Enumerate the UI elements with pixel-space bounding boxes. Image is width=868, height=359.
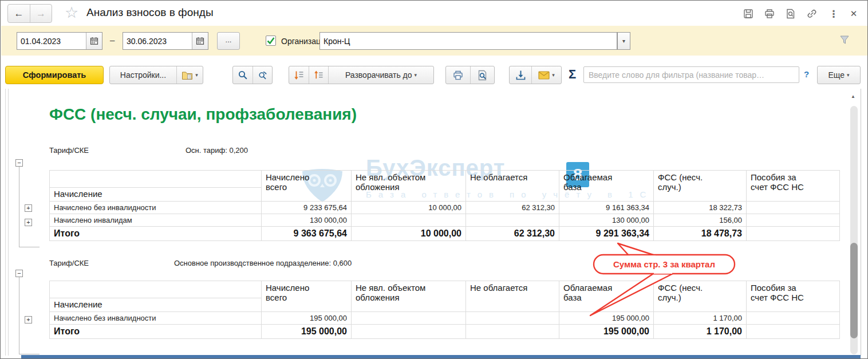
date-to-input[interactable] xyxy=(123,33,192,49)
collapse-all-button[interactable] xyxy=(309,66,328,84)
help-button[interactable]: ? xyxy=(804,69,809,79)
group-connector-line xyxy=(19,354,40,354)
scroll-up-arrow[interactable]: ▲ xyxy=(851,94,855,99)
cell-value: 130 000,00 xyxy=(559,214,654,227)
download-icon xyxy=(515,70,526,80)
organization-checkbox[interactable] xyxy=(266,35,276,46)
column-header: Не явл. объектом обложения xyxy=(352,281,466,312)
cell-value: 195 000,00 xyxy=(559,312,654,325)
preview-button[interactable] xyxy=(783,6,799,22)
period-options-button[interactable]: ... xyxy=(217,32,240,50)
column-header: Пособия за счет ФСС НС xyxy=(747,281,840,312)
print-preview-button[interactable] xyxy=(470,66,494,84)
more-actions-button[interactable]: Еще ▾ xyxy=(818,66,860,84)
cell-value xyxy=(747,214,840,227)
table-row: Начислено инвалидам130 000,00130 000,001… xyxy=(50,214,840,227)
horizontal-scrollbar[interactable] xyxy=(21,355,861,359)
cell-value xyxy=(747,312,840,325)
save-button[interactable] xyxy=(740,6,756,22)
date-from-field xyxy=(17,32,102,50)
funnel-icon xyxy=(839,35,850,45)
cell-value: 62 312,30 xyxy=(466,202,559,214)
report-section-title: ФСС (несч. случаи, профзаболевания) xyxy=(49,105,357,124)
total-value: 195 000,00 xyxy=(262,325,352,339)
quick-filter-input[interactable] xyxy=(583,66,799,83)
favorite-star-icon[interactable]: ☆ xyxy=(65,3,78,22)
column-header: ФСС (несч. случ.) xyxy=(654,281,747,312)
cell-value: 156,00 xyxy=(654,214,747,227)
callout-text: Сумма стр. 3 за квартал xyxy=(613,259,715,269)
cell-value: 195 000,00 xyxy=(262,312,352,325)
link-icon xyxy=(806,8,818,19)
printer-icon xyxy=(452,70,464,81)
expand-all-button[interactable] xyxy=(289,66,309,84)
save-file-button[interactable] xyxy=(510,66,531,84)
search-next-button[interactable] xyxy=(252,66,272,84)
titlebar: ← → ☆ Анализ взносов в фонды xyxy=(1,1,867,26)
total-value: 10 000,00 xyxy=(352,227,466,241)
close-button[interactable]: ✕ xyxy=(846,6,862,22)
report-variants-button[interactable]: ▾ xyxy=(176,66,203,84)
total-label: Итого xyxy=(50,325,262,339)
vertical-scrollbar-thumb[interactable] xyxy=(850,243,858,338)
collapse-group-button[interactable]: − xyxy=(15,159,23,167)
report-table: НачислениеНачислено всегоНе явл. объекто… xyxy=(49,281,840,339)
sum-sigma-button[interactable]: Σ xyxy=(569,67,576,82)
generate-report-button[interactable]: Сформировать xyxy=(5,66,104,84)
total-value xyxy=(352,325,466,339)
date-from-input[interactable] xyxy=(17,33,86,49)
total-label: Итого xyxy=(50,227,262,241)
date-to-calendar-button[interactable] xyxy=(192,33,208,49)
table-row: Начислено без инвалидности195 000,00195 … xyxy=(50,312,840,325)
forward-button[interactable]: → xyxy=(30,5,52,22)
back-button[interactable]: ← xyxy=(8,5,30,22)
report-table-section: НачислениеНачислено всегоНе явл. объекто… xyxy=(49,170,840,241)
tariff-label: Тариф/СКЕ xyxy=(49,146,89,155)
total-value: 9 291 363,34 xyxy=(559,227,654,241)
splitter-line xyxy=(5,89,6,356)
collapse-group-button[interactable]: − xyxy=(15,270,23,277)
get-link-button[interactable] xyxy=(804,6,820,22)
total-value: 62 312,30 xyxy=(466,227,559,241)
table-header-row: НачислениеНачислено всегоНе явл. объекто… xyxy=(50,171,840,202)
print-button[interactable] xyxy=(762,6,778,22)
search-button[interactable] xyxy=(233,66,252,84)
cell-value xyxy=(466,312,559,325)
history-nav: ← → xyxy=(7,4,52,23)
total-row: Итого195 000,00195 000,001 170,00 xyxy=(50,325,840,339)
splitter-line xyxy=(8,89,9,356)
expand-row-button[interactable]: + xyxy=(25,219,32,226)
search-refresh-icon xyxy=(258,70,267,80)
filter-funnel-button[interactable] xyxy=(839,35,850,47)
date-from-calendar-button[interactable] xyxy=(86,33,102,49)
cell-value xyxy=(352,312,466,325)
cell-value: 1 170,00 xyxy=(654,312,747,325)
expand-to-button[interactable]: Разворачивать до ▾ xyxy=(328,66,433,84)
app-window: ← → ☆ Анализ взносов в фонды xyxy=(0,0,868,359)
calendar-icon xyxy=(196,37,204,45)
more-menu-button[interactable]: ⋮ xyxy=(826,6,842,22)
column-header: ФСС (несч. случ.) xyxy=(654,171,747,202)
search-group xyxy=(232,66,273,84)
settings-button[interactable]: Настройки... xyxy=(110,66,176,84)
divider xyxy=(861,89,861,356)
total-value xyxy=(747,227,840,241)
organization-input[interactable] xyxy=(320,33,617,49)
expand-row-button[interactable]: + xyxy=(25,204,32,212)
table-header-row: НачислениеНачислено всегоНе явл. объекто… xyxy=(50,281,840,312)
cell-value xyxy=(747,202,840,214)
print-report-button[interactable] xyxy=(446,66,470,84)
settings-group: Настройки... ▾ xyxy=(109,66,203,84)
export-group: ▾ xyxy=(509,66,562,84)
cell-value xyxy=(352,214,466,227)
send-email-button[interactable]: ▾ xyxy=(531,66,561,84)
table-row: Начислено без инвалидности9 233 675,6410… xyxy=(50,202,840,214)
organization-dropdown-button[interactable]: ▾ xyxy=(617,32,630,50)
expand-row-button[interactable]: + xyxy=(25,316,32,324)
expand-rows-icon xyxy=(294,70,304,80)
tariff-label: Тариф/СКЕ xyxy=(49,259,89,267)
column-header: Начисление xyxy=(50,281,262,312)
cell-value: 130 000,00 xyxy=(262,214,352,227)
search-icon xyxy=(238,70,248,80)
column-header: Не облагается xyxy=(466,171,559,202)
